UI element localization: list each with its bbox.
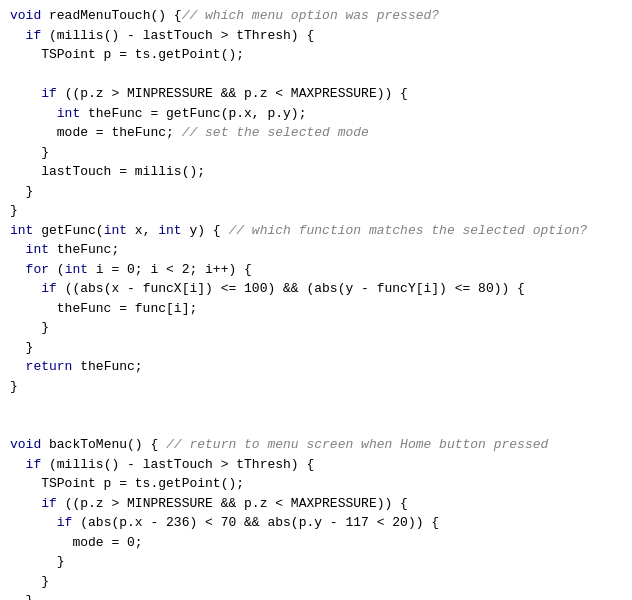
token-fn: (millis() - lastTouch > tThresh) { <box>41 457 314 472</box>
token-fn: ((abs(x - funcX[i]) <= 100) && (abs(y - … <box>57 281 525 296</box>
token-fn: readMenuTouch() { <box>41 8 181 23</box>
token-cm: // which menu option was pressed? <box>182 8 439 23</box>
token-cm: // which function matches the selected o… <box>228 223 587 238</box>
token-kw: int <box>10 223 33 238</box>
token-kw: int <box>104 223 127 238</box>
token-fn <box>10 86 41 101</box>
blank-line <box>10 396 622 416</box>
token-kw: if <box>26 28 42 43</box>
token-fn: (millis() - lastTouch > tThresh) { <box>41 28 314 43</box>
token-fn: getFunc( <box>33 223 103 238</box>
code-line: if ((abs(x - funcX[i]) <= 100) && (abs(y… <box>10 279 622 299</box>
code-line: if (millis() - lastTouch > tThresh) { <box>10 26 622 46</box>
token-fn <box>10 28 26 43</box>
token-fn <box>10 496 41 511</box>
token-fn: theFunc = func[i]; <box>10 301 197 316</box>
token-kw: if <box>41 86 57 101</box>
token-fn: } <box>10 340 33 355</box>
token-fn <box>10 457 26 472</box>
code-line: if (millis() - lastTouch > tThresh) { <box>10 455 622 475</box>
token-kw: void <box>10 437 41 452</box>
token-fn: } <box>10 203 18 218</box>
token-fn: } <box>10 145 49 160</box>
code-line: if (abs(p.x - 236) < 70 && abs(p.y - 117… <box>10 513 622 533</box>
token-fn: } <box>10 184 33 199</box>
token-fn: } <box>10 593 33 600</box>
code-line: } <box>10 591 622 600</box>
token-fn: i = 0; i < 2; i++) { <box>88 262 252 277</box>
code-line: void backToMenu() { // return to menu sc… <box>10 435 622 455</box>
token-cm: // return to menu screen when Home butto… <box>166 437 548 452</box>
token-fn <box>10 281 41 296</box>
token-fn <box>10 242 26 257</box>
token-fn: backToMenu() { <box>41 437 166 452</box>
token-fn <box>10 106 57 121</box>
code-line: } <box>10 377 622 397</box>
token-kw: if <box>57 515 73 530</box>
code-line: lastTouch = millis(); <box>10 162 622 182</box>
code-block: void readMenuTouch() {// which menu opti… <box>0 0 632 600</box>
token-fn: } <box>10 574 49 589</box>
code-line: mode = 0; <box>10 533 622 553</box>
token-fn: ((p.z > MINPRESSURE && p.z < MAXPRESSURE… <box>57 496 408 511</box>
code-line: } <box>10 182 622 202</box>
token-fn: theFunc; <box>49 242 119 257</box>
token-fn: lastTouch = millis(); <box>10 164 205 179</box>
code-line: } <box>10 201 622 221</box>
code-line: } <box>10 338 622 358</box>
code-line: } <box>10 318 622 338</box>
token-fn: y) { <box>182 223 229 238</box>
code-line: if ((p.z > MINPRESSURE && p.z < MAXPRESS… <box>10 84 622 104</box>
token-fn: TSPoint p = ts.getPoint(); <box>10 476 244 491</box>
code-line: if ((p.z > MINPRESSURE && p.z < MAXPRESS… <box>10 494 622 514</box>
token-fn: mode = theFunc; <box>10 125 182 140</box>
token-fn: mode = 0; <box>10 535 143 550</box>
blank-line <box>10 416 622 436</box>
code-line: int theFunc; <box>10 240 622 260</box>
token-fn: ((p.z > MINPRESSURE && p.z < MAXPRESSURE… <box>57 86 408 101</box>
token-kw: int <box>26 242 49 257</box>
token-fn <box>10 515 57 530</box>
blank-line <box>10 65 622 85</box>
token-kw: if <box>41 281 57 296</box>
token-kw: return <box>26 359 73 374</box>
token-kw: void <box>10 8 41 23</box>
token-fn: } <box>10 320 49 335</box>
token-fn: } <box>10 554 65 569</box>
token-cm: // set the selected mode <box>182 125 369 140</box>
token-kw: for <box>26 262 49 277</box>
token-kw: if <box>26 457 42 472</box>
token-fn: TSPoint p = ts.getPoint(); <box>10 47 244 62</box>
token-fn: ( <box>49 262 65 277</box>
code-line: theFunc = func[i]; <box>10 299 622 319</box>
token-fn: theFunc; <box>72 359 142 374</box>
code-line: } <box>10 572 622 592</box>
token-kw: int <box>158 223 181 238</box>
token-fn: } <box>10 379 18 394</box>
code-line: void readMenuTouch() {// which menu opti… <box>10 6 622 26</box>
code-line: for (int i = 0; i < 2; i++) { <box>10 260 622 280</box>
code-line: } <box>10 143 622 163</box>
code-line: TSPoint p = ts.getPoint(); <box>10 45 622 65</box>
code-line: return theFunc; <box>10 357 622 377</box>
token-kw: int <box>65 262 88 277</box>
code-line: int theFunc = getFunc(p.x, p.y); <box>10 104 622 124</box>
code-line: mode = theFunc; // set the selected mode <box>10 123 622 143</box>
token-fn: x, <box>127 223 158 238</box>
token-fn: (abs(p.x - 236) < 70 && abs(p.y - 117 < … <box>72 515 439 530</box>
token-fn <box>10 262 26 277</box>
code-line: TSPoint p = ts.getPoint(); <box>10 474 622 494</box>
code-line: int getFunc(int x, int y) { // which fun… <box>10 221 622 241</box>
token-fn <box>10 359 26 374</box>
token-kw: if <box>41 496 57 511</box>
code-line: } <box>10 552 622 572</box>
token-fn: theFunc = getFunc(p.x, p.y); <box>80 106 306 121</box>
token-kw: int <box>57 106 80 121</box>
